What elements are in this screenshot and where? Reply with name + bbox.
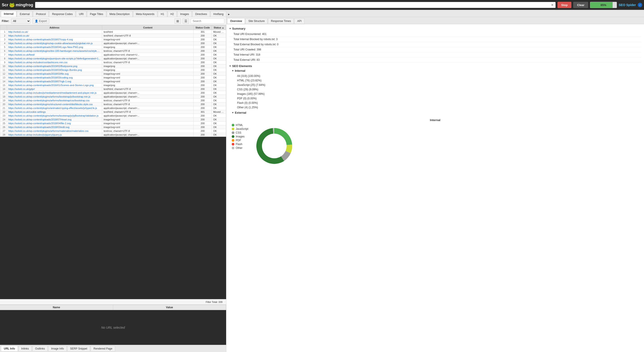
tree-item[interactable]: Images (185) (57.99%)	[232, 92, 641, 96]
filter-select[interactable]: AllHTMLJavaScriptCSSImagesPDF	[11, 18, 30, 24]
table-row[interactable]: 24 https://solvid.co.uk/wp-content/uploa…	[0, 118, 226, 122]
table-row[interactable]: 3 https://solvid.co.uk/wp-content/upload…	[0, 38, 226, 42]
table-row[interactable]: 1 http://solvid.co.uk/ text/html 301 Mov…	[0, 30, 226, 34]
export-button[interactable]: 👤 Export	[32, 18, 49, 24]
tree-item[interactable]: All (319) (100.00%)	[232, 74, 641, 78]
main-tab-hreflang[interactable]: Hreflang	[210, 11, 226, 17]
main-tab-h2[interactable]: H2	[168, 11, 177, 17]
tree-item[interactable]: PDF (0) (0.00%)	[232, 96, 641, 101]
right-tab-response-times[interactable]: Response Times	[268, 18, 294, 24]
table-row[interactable]: 18 https://solvid.co.uk/wp-content/plugi…	[0, 95, 226, 99]
table-row[interactable]: 27 https://solvid.co.uk/wp-content/plugi…	[0, 129, 226, 133]
row-content: image/png	[102, 83, 194, 87]
seo-arrow: ▼	[229, 65, 231, 67]
col-address[interactable]: Address	[7, 25, 102, 30]
table-row[interactable]: 17 https://solvid.co.uk/wp-includes/js/m…	[0, 91, 226, 95]
spider-icon: ✓	[638, 3, 642, 7]
row-num: 4	[0, 42, 7, 45]
row-num: 16	[0, 87, 7, 91]
main-tab-h1[interactable]: H1	[158, 11, 167, 17]
clear-button[interactable]: Clear	[573, 2, 588, 8]
row-address: https://solvid.co.uk/wp-content/plugins/…	[7, 95, 102, 99]
table-row[interactable]: 7 https://solvid.co.uk/feed/ application…	[0, 53, 226, 57]
row-content: image/png	[102, 64, 194, 68]
main-tab-external[interactable]: External	[17, 11, 32, 17]
main-tab-page-titles[interactable]: Page Titles	[87, 11, 106, 17]
col-status-code[interactable]: Status Code	[194, 25, 212, 30]
row-num: 20	[0, 103, 7, 106]
tree-item[interactable]: CSS (29) (9.09%)	[232, 87, 641, 92]
view-grid-button[interactable]: ⊞	[174, 18, 181, 24]
row-num: 18	[0, 95, 7, 99]
table-row[interactable]: 9 https://solvid.co.uk/wp-includes/css/d…	[0, 61, 226, 64]
row-address: https://solvid.co.uk/wp-content/plugins/…	[7, 42, 102, 45]
table-row[interactable]: 6 https://solvid.co.uk/wp-content/plugin…	[0, 49, 226, 53]
url-bar[interactable]: solvid.co.uk ✕	[35, 2, 556, 8]
bottom-tab-url-info[interactable]: URL Info	[1, 346, 18, 351]
main-tab-images[interactable]: Images	[177, 11, 192, 17]
table-row[interactable]: 25 https://solvid.co.uk/wp-content/uploa…	[0, 122, 226, 125]
main-tab-response-codes[interactable]: Response Codes	[49, 11, 76, 17]
external-section: ▼ External	[229, 111, 641, 114]
table-row[interactable]: 16 https://solvid.co.uk/gdpr/ text/html;…	[0, 87, 226, 91]
row-address: https://solvid.co.uk/wp-content/plugins/…	[7, 106, 102, 110]
bottom-tab-serp-snippet[interactable]: SERP Snippet	[67, 346, 90, 351]
main-tab-directives[interactable]: Directives	[192, 11, 210, 17]
table-row[interactable]: 19 https://solvid.co.uk/wp-content/plugi…	[0, 99, 226, 103]
table-scroll[interactable]: Address Content Status Code Status ▲ 1 h…	[0, 25, 226, 299]
right-content: ▼ Summary Total URI Encountered: 401Tota…	[226, 24, 644, 352]
table-row[interactable]: 11 https://solvid.co.uk/wp-content/uploa…	[0, 68, 226, 72]
main-tab-meta-keywords[interactable]: Meta Keywords	[133, 11, 158, 17]
seo-elements-header[interactable]: ▼ SEO Elements	[229, 64, 641, 68]
row-content: text/html	[102, 30, 194, 34]
table-row[interactable]: 12 https://solvid.co.uk/wp-content/uploa…	[0, 72, 226, 76]
right-tab-api[interactable]: API	[294, 18, 304, 24]
row-status: OK	[212, 106, 226, 110]
tree-item[interactable]: JavaScript (25) (7.84%)	[232, 83, 641, 87]
table-row[interactable]: 8 https://solvid.co.uk/wp-content/plugin…	[0, 57, 226, 61]
bottom-tab-inlinks[interactable]: Inlinks	[18, 346, 32, 351]
table-row[interactable]: 4 https://solvid.co.uk/wp-content/plugin…	[0, 42, 226, 45]
url-input[interactable]: solvid.co.uk	[37, 3, 551, 7]
table-row[interactable]: 23 https://solvid.co.uk/wp-content/plugi…	[0, 114, 226, 118]
stop-button[interactable]: Stop	[558, 2, 572, 8]
tree-item[interactable]: Other (4) (1.25%)	[232, 105, 641, 110]
table-row[interactable]: 10 https://solvid.co.uk/wp-content/uploa…	[0, 64, 226, 68]
internal-header[interactable]: ▼ Internal	[232, 69, 641, 72]
url-clear-icon[interactable]: ✕	[551, 3, 554, 7]
bottom-tab-image-info[interactable]: Image Info	[48, 346, 67, 351]
legend-dot	[232, 131, 234, 134]
bottom-tab-rendered-page[interactable]: Rendered Page	[90, 346, 115, 351]
main-tab-protocol[interactable]: Protocol	[33, 11, 48, 17]
table-row[interactable]: 15 https://solvid.co.uk/wp-content/uploa…	[0, 83, 226, 87]
bottom-tab-outlinks[interactable]: Outlinks	[32, 346, 48, 351]
main-tab-meta-description[interactable]: Meta Description	[107, 11, 133, 17]
summary-header[interactable]: ▼ Summary	[229, 27, 641, 30]
right-tab-overview[interactable]: Overview	[227, 18, 245, 24]
tree-item[interactable]: HTML (76) (23.82%)	[232, 78, 641, 83]
internal-section: ▼ Internal All (319) (100.00%)HTML (76) …	[229, 69, 641, 110]
row-status: OK	[212, 118, 226, 122]
table-row[interactable]: 22 https://solvid.co.uk/cookie-settings …	[0, 110, 226, 114]
search-input[interactable]	[191, 18, 224, 24]
table-row[interactable]: 26 https://solvid.co.uk/wp-content/uploa…	[0, 125, 226, 129]
main-tab-internal[interactable]: Internal	[1, 11, 16, 17]
col-status[interactable]: Status ▲	[212, 25, 226, 30]
col-content[interactable]: Content	[102, 25, 194, 30]
table-row[interactable]: 13 https://solvid.co.uk/wp-content/uploa…	[0, 76, 226, 80]
table-row[interactable]: 2 https://solvid.co.uk/ text/html; chars…	[0, 34, 226, 38]
more-tabs-button[interactable]: ▸	[227, 12, 231, 17]
table-row[interactable]: 21 https://solvid.co.uk/wp-content/plugi…	[0, 106, 226, 110]
legend-dot	[232, 147, 234, 149]
row-num: 23	[0, 114, 7, 118]
table-row[interactable]: 28 https://solvid.co.uk/wp-includes/js/j…	[0, 133, 226, 137]
view-list-button[interactable]: ☰	[182, 18, 189, 24]
table-row[interactable]: 14 https://solvid.co.uk/wp-content/uploa…	[0, 80, 226, 83]
right-tab-site-structure[interactable]: Site Structure	[245, 18, 268, 24]
tree-item[interactable]: Flash (0) (0.00%)	[232, 101, 641, 105]
table-row[interactable]: 20 https://solvid.co.uk/wp-content/plugi…	[0, 103, 226, 106]
table-row[interactable]: 5 https://solvid.co.uk/wp-content/upload…	[0, 45, 226, 49]
external-header[interactable]: ▼ External	[232, 111, 641, 114]
main-tab-uri[interactable]: URI	[76, 11, 86, 17]
progress-bar: 85%	[590, 2, 617, 8]
